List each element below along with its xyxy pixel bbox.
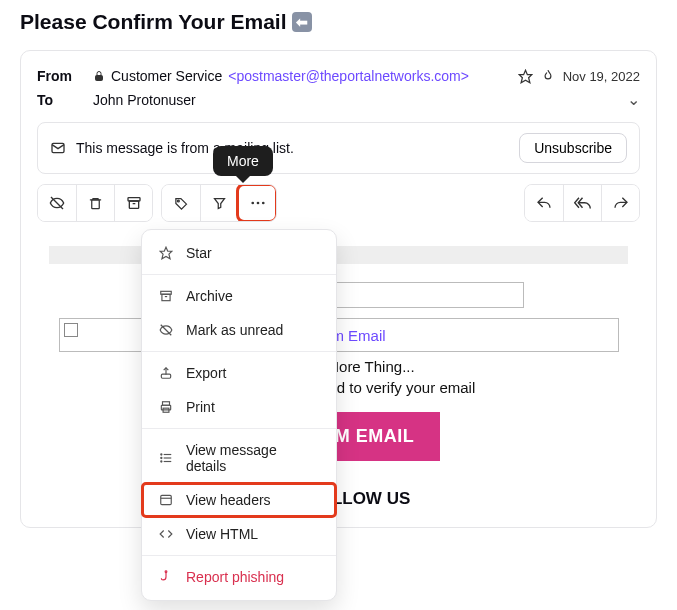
chevron-down-icon[interactable]: ⌄	[627, 90, 640, 109]
menu-details-label: View message details	[186, 442, 320, 474]
lock-icon	[93, 70, 105, 82]
page-title: Please Confirm Your Email ⬅	[20, 10, 657, 34]
star-outline-icon	[158, 246, 174, 260]
email-card: From Customer Service <postmaster@thepor…	[20, 50, 657, 528]
archive-box-icon	[158, 289, 174, 303]
menu-star[interactable]: Star	[142, 236, 336, 270]
back-arrow-icon: ⬅	[292, 12, 312, 32]
svg-point-10	[256, 202, 259, 205]
broken-image-icon	[64, 323, 78, 337]
menu-view-html[interactable]: View HTML	[142, 517, 336, 551]
code-icon	[158, 527, 174, 541]
menu-separator	[142, 555, 336, 556]
svg-marker-12	[160, 247, 172, 259]
body-line-1: Just One More Thing...	[49, 358, 628, 375]
menu-archive-label: Archive	[186, 288, 233, 304]
menu-print-label: Print	[186, 399, 215, 415]
reply-icon[interactable]	[525, 185, 563, 221]
menu-separator	[142, 428, 336, 429]
print-icon	[158, 400, 174, 414]
svg-point-24	[161, 454, 162, 455]
menu-archive[interactable]: Archive	[142, 279, 336, 313]
svg-point-9	[251, 202, 254, 205]
reply-all-icon[interactable]	[563, 185, 601, 221]
export-icon	[158, 366, 174, 380]
menu-export[interactable]: Export	[142, 356, 336, 390]
unread-icon[interactable]	[38, 185, 76, 221]
svg-marker-1	[519, 70, 532, 83]
svg-rect-4	[92, 199, 100, 208]
svg-point-26	[161, 461, 162, 462]
menu-view-details[interactable]: View message details	[142, 433, 336, 483]
more-button[interactable]	[238, 185, 276, 221]
more-tooltip: More	[213, 146, 273, 176]
to-row: To John Protonuser ⌄	[37, 87, 640, 112]
menu-print[interactable]: Print	[142, 390, 336, 424]
follow-us-heading: AND FOLLOW US	[49, 489, 628, 509]
flame-icon[interactable]	[541, 69, 555, 83]
recipient-name: John Protonuser	[93, 92, 196, 108]
menu-star-label: Star	[186, 245, 212, 261]
more-menu: Star Archive Mark as unread Export Print…	[141, 229, 337, 601]
mailing-list-banner: This message is from a mailing list. Uns…	[37, 122, 640, 174]
menu-unread-label: Mark as unread	[186, 322, 283, 338]
unsubscribe-button[interactable]: Unsubscribe	[519, 133, 627, 163]
menu-html-label: View HTML	[186, 526, 258, 542]
trash-icon[interactable]	[76, 185, 114, 221]
body-divider	[49, 246, 628, 264]
menu-report-phishing[interactable]: Report phishing	[142, 560, 336, 594]
menu-separator	[142, 351, 336, 352]
svg-point-25	[161, 457, 162, 458]
sender-name: Customer Service	[111, 68, 222, 84]
list-icon	[158, 451, 174, 465]
page-title-text: Please Confirm Your Email	[20, 10, 286, 34]
svg-rect-27	[161, 495, 172, 504]
from-row: From Customer Service <postmaster@thepor…	[37, 65, 640, 87]
forward-icon[interactable]	[601, 185, 639, 221]
email-body: Logo Confirm Email Just One More Thing..…	[37, 222, 640, 509]
svg-rect-17	[161, 374, 170, 378]
sender-email[interactable]: <postmaster@theportalnetworks.com>	[228, 68, 469, 84]
tag-icon[interactable]	[162, 185, 200, 221]
toolbar	[37, 184, 640, 222]
email-date: Nov 19, 2022	[563, 69, 640, 84]
hook-icon	[158, 570, 174, 584]
menu-view-headers[interactable]: View headers	[142, 483, 336, 517]
svg-rect-0	[96, 76, 103, 81]
star-icon[interactable]	[518, 69, 533, 84]
menu-phishing-label: Report phishing	[186, 569, 284, 585]
menu-separator	[142, 274, 336, 275]
svg-point-11	[261, 202, 264, 205]
menu-headers-label: View headers	[186, 492, 271, 508]
svg-rect-6	[129, 201, 138, 208]
from-label: From	[37, 68, 93, 84]
envelope-icon	[50, 140, 66, 156]
to-label: To	[37, 92, 93, 108]
eye-slash-icon	[158, 323, 174, 337]
filter-icon[interactable]	[200, 185, 238, 221]
svg-point-8	[177, 200, 179, 202]
window-icon	[158, 493, 174, 507]
menu-export-label: Export	[186, 365, 226, 381]
menu-mark-unread[interactable]: Mark as unread	[142, 313, 336, 347]
archive-icon[interactable]	[114, 185, 152, 221]
body-line-2: Please take a second to verify your emai…	[49, 379, 628, 396]
svg-rect-14	[162, 294, 170, 300]
